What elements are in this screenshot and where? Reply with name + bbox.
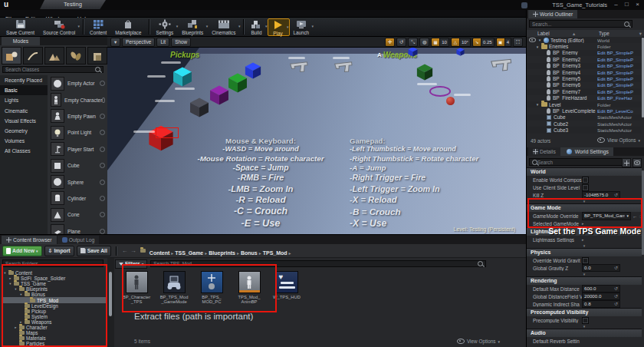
asset-bp-tps-mod-gamemode[interactable]: BP_TPS_Mod_GameMode (159, 271, 189, 304)
scale-snap-value[interactable]: 0.25 (481, 38, 495, 47)
section-header-physics[interactable]: Physics (527, 248, 642, 256)
save-all-button[interactable]: Save All (77, 246, 111, 256)
camera-speed-control[interactable]: ▣ 4 (496, 38, 511, 47)
reset-icon[interactable]: ↺ (614, 293, 618, 299)
toolbar-settings-button[interactable]: Settings▾ (153, 18, 179, 36)
placeable-item-empty-actor[interactable]: Empty Actor (48, 75, 107, 91)
breadcrumb-bonus[interactable]: Bonus (241, 250, 258, 256)
weapon-rifle[interactable] (334, 59, 355, 78)
translate-tool-icon[interactable]: ✛ (385, 38, 395, 47)
toolbar-launch-button[interactable]: Launch▾ (290, 18, 314, 36)
reset-icon[interactable]: ↺ (614, 301, 618, 307)
breadcrumb-blueprints[interactable]: Blueprints (209, 250, 235, 256)
expand-arrow-icon[interactable]: ▸ (582, 221, 584, 226)
tab-details[interactable]: Details (528, 147, 560, 156)
breadcrumb-tps-mod[interactable]: TPS_Mod (263, 250, 288, 256)
content-view-options[interactable]: View Options ▾ (457, 339, 500, 344)
maximize-button[interactable]: □ (622, 1, 632, 8)
value-field[interactable]: 0.8↺ (582, 300, 620, 308)
placeable-item-empty-character[interactable]: Empty Character (48, 91, 107, 107)
edit-blueprint-link[interactable]: Edit BP_SimpleP (597, 50, 642, 55)
section-header-rendering[interactable]: Rendering (527, 276, 642, 285)
show-button[interactable]: Show (171, 38, 191, 47)
expand-arrow-icon[interactable]: ▾ (14, 287, 18, 291)
modes-category-all-classes[interactable]: All Classes (0, 146, 48, 156)
display-filter-icon[interactable] (632, 158, 642, 167)
expand-arrow-icon[interactable]: ▾ (3, 271, 7, 275)
section-header-game-mode[interactable]: Game Mode (527, 203, 642, 212)
folder-character[interactable]: ▸Character (2, 325, 106, 330)
placeable-item-player-start[interactable]: Player Start (48, 141, 107, 157)
maximize-viewport-icon[interactable]: ⛶ (513, 38, 523, 47)
modes-category-cinematic[interactable]: Cinematic (0, 106, 48, 116)
value-field[interactable]: 600.0↺ (582, 285, 620, 292)
mode-button-2[interactable] (44, 47, 64, 64)
pickup-cube-dark[interactable] (189, 97, 209, 121)
rotation-snap-value[interactable]: 10° (460, 38, 471, 47)
outliner-row-cube3[interactable]: Cube3StaticMeshActor (527, 127, 642, 133)
weapon-pickup-cube-green[interactable] (416, 64, 433, 84)
pickup-cube-purple[interactable] (209, 85, 229, 108)
scale-snap-control[interactable]: ↘ 0.25 (472, 38, 495, 47)
toolbar-blueprints-button[interactable]: Blueprints▾ (179, 18, 209, 36)
column-label[interactable]: Label (537, 31, 550, 36)
folder-pickup[interactable]: Pickup (2, 309, 106, 314)
gamemode-override-dropdown[interactable]: BP_TPS_Mod_GameM▾ (582, 212, 631, 220)
edit-blueprint-link[interactable]: Edit BP_SimpleP (597, 57, 642, 62)
folder-search-input[interactable] (5, 261, 100, 266)
minimize-button[interactable]: – (611, 1, 621, 8)
import-button[interactable]: ⇩ Import (44, 246, 74, 256)
toolbar-cinematics-button[interactable]: Cinematics▾ (209, 18, 241, 36)
property-matrix-icon[interactable] (622, 158, 631, 167)
folder-maps[interactable]: Maps (2, 330, 106, 335)
outliner-row-enemies[interactable]: ▾EnemiesFolder (527, 43, 642, 49)
mode-button-3[interactable] (66, 47, 86, 64)
column-type[interactable]: Type (599, 31, 610, 36)
modes-category-volumes[interactable]: Volumes (0, 136, 48, 146)
folder-content[interactable]: ▾Content (2, 270, 106, 276)
placeable-item-sphere[interactable]: Sphere (48, 174, 107, 190)
modes-category-visual-effects[interactable]: Visual Effects (0, 116, 48, 126)
section-header-audio[interactable]: Audio (527, 329, 642, 337)
visibility-eye-icon[interactable] (529, 38, 536, 42)
add-new-button[interactable]: Add New ▾ (2, 246, 42, 256)
weapon-pickup-cube-blue2[interactable] (456, 48, 465, 59)
placeable-item-cone[interactable]: Cone (48, 207, 107, 223)
toolbar-content-button[interactable]: Content (87, 18, 112, 36)
toolbar-source-control-button[interactable]: Source Control▾ (40, 18, 80, 36)
checkbox[interactable] (582, 257, 589, 264)
rotation-snap-control[interactable]: △ 10° (451, 38, 471, 47)
world-settings-search-input[interactable] (537, 160, 624, 165)
rotate-tool-icon[interactable]: ↺ (396, 38, 406, 47)
folder-weapons[interactable]: ▸Weapons (2, 319, 106, 325)
folder-materials[interactable]: Materials (2, 335, 106, 341)
asset-bp-character-tps[interactable]: BP_Character_TPS (121, 271, 152, 304)
breadcrumb-content[interactable]: Content (150, 250, 169, 256)
placeable-item-empty-pawn[interactable]: Empty Pawn (48, 108, 107, 124)
grid-snap-control[interactable]: ▦ 10 (431, 38, 449, 47)
tab-modes[interactable]: Modes (2, 37, 40, 45)
modes-category-lights[interactable]: Lights (0, 95, 48, 105)
folder-leveldesign[interactable]: LevelDesign (2, 303, 106, 309)
weapon-m4[interactable] (289, 59, 310, 78)
reset-icon[interactable]: ↺ (614, 286, 618, 292)
forward-arrow-icon[interactable]: → (130, 247, 136, 254)
folder-system[interactable]: System (2, 314, 106, 319)
expand-arrow-icon[interactable]: ▸ (14, 326, 18, 329)
folder-bonus[interactable]: ▾Bonus (2, 292, 106, 297)
outliner-row-cube2[interactable]: Cube2StaticMeshActor (527, 121, 642, 127)
mode-button-1[interactable] (23, 47, 43, 64)
pickup-cube-green[interactable] (228, 73, 248, 96)
outliner-search-input[interactable] (532, 21, 624, 27)
edit-blueprint-link[interactable]: Edit BP_SimpleP (597, 89, 642, 94)
weapon-shotgun[interactable] (490, 56, 514, 78)
outliner-row-bp-enemy[interactable]: BP_EnemyEdit BP_SimpleP (527, 50, 642, 56)
edit-blueprint-link[interactable]: Edit BP_SimpleP (597, 70, 642, 75)
reset-icon[interactable]: ↺ (614, 192, 618, 198)
asset-search-input[interactable] (153, 261, 478, 266)
close-button[interactable]: × (632, 1, 642, 8)
folder-tss-game[interactable]: ▾TSS_Game (2, 281, 106, 286)
expand-arrow-icon[interactable]: ▸ (8, 276, 12, 280)
value-field[interactable]: -1048575.0↺ (582, 191, 620, 199)
folder-blueprints[interactable]: ▾Blueprints (2, 286, 106, 292)
